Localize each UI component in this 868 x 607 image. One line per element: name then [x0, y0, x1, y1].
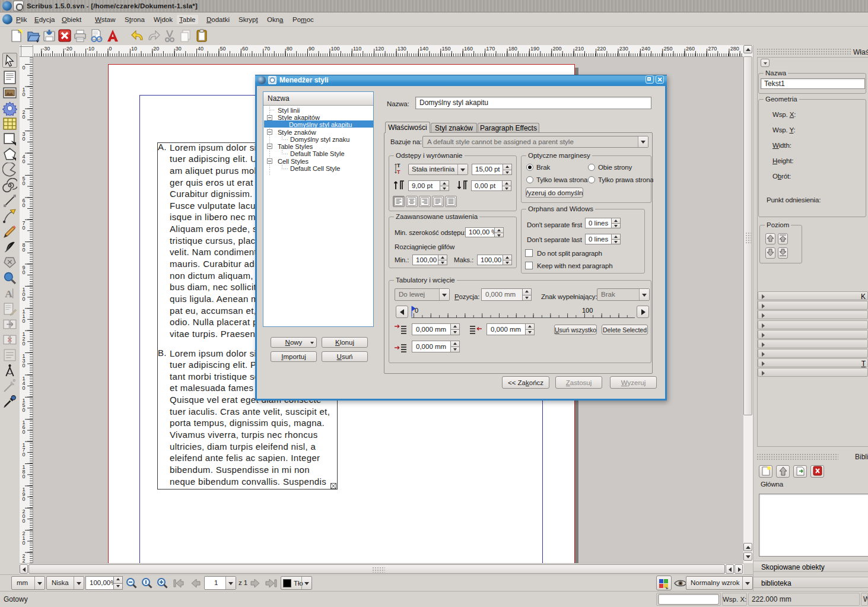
svg-text:T: T — [397, 163, 400, 169]
svg-text:T: T — [397, 169, 400, 175]
svg-text:A: A — [5, 288, 12, 300]
